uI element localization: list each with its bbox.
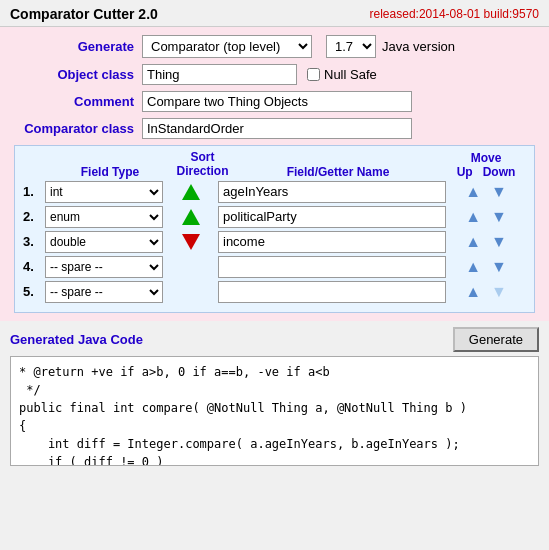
version-label: Java version	[382, 39, 455, 54]
version-select[interactable]: 1.7 1.8	[326, 35, 376, 58]
table-row: 2. intlongdoublefloat Stringenumboolean …	[23, 206, 526, 228]
generate-row: Generate Comparator (top level) Comparat…	[14, 35, 535, 58]
row-num: 2.	[23, 209, 45, 224]
field-type-select[interactable]: intlongdoublefloat Stringenumboolean Dat…	[45, 281, 163, 303]
sort-desc-icon	[182, 234, 200, 250]
col-header-field-type: Field Type	[45, 165, 175, 179]
table-row: 3. intlongdoublefloat Stringenumboolean …	[23, 231, 526, 253]
app-title: Comparator Cutter 2.0	[10, 6, 158, 22]
object-class-input[interactable]	[142, 64, 297, 85]
null-safe-checkbox[interactable]	[307, 68, 320, 81]
move-down-button[interactable]: ▼	[491, 259, 507, 275]
generate-select[interactable]: Comparator (top level) Comparator (inner…	[142, 35, 312, 58]
null-safe-area: Null Safe	[307, 67, 377, 82]
move-up-button[interactable]: ▲	[465, 284, 481, 300]
code-section-title: Generated Java Code	[10, 332, 143, 347]
move-up-button[interactable]: ▲	[465, 209, 481, 225]
null-safe-label: Null Safe	[324, 67, 377, 82]
field-name-input[interactable]	[218, 256, 446, 278]
field-type-select[interactable]: int longdoublefloat Stringenumboolean Da…	[45, 181, 163, 203]
move-down-button[interactable]: ▼	[491, 184, 507, 200]
sort-direction-cell[interactable]	[163, 184, 218, 200]
move-up-button[interactable]: ▲	[465, 184, 481, 200]
col-header-sort: SortDirection	[175, 150, 230, 179]
table-row: 5. intlongdoublefloat Stringenumboolean …	[23, 281, 526, 303]
move-buttons: ▲ ▼	[446, 234, 526, 250]
field-type-select[interactable]: intlongdoublefloat Stringenumboolean Dat…	[45, 256, 163, 278]
row-num: 3.	[23, 234, 45, 249]
move-buttons: ▲ ▼	[446, 284, 526, 300]
sort-direction-cell[interactable]	[163, 209, 218, 225]
move-up-button[interactable]: ▲	[465, 259, 481, 275]
move-up-button[interactable]: ▲	[465, 234, 481, 250]
move-down-button-faded: ▼	[491, 284, 507, 300]
object-class-label: Object class	[14, 67, 134, 82]
move-buttons: ▲ ▼	[446, 209, 526, 225]
header: Comparator Cutter 2.0 released:2014-08-0…	[0, 0, 549, 27]
sort-direction-cell[interactable]	[163, 234, 218, 250]
code-header: Generated Java Code Generate	[10, 327, 539, 352]
col-header-field-getter: Field/Getter Name	[230, 165, 446, 179]
field-name-input[interactable]	[218, 181, 446, 203]
move-buttons: ▲ ▼	[446, 259, 526, 275]
table-row: 4. intlongdoublefloat Stringenumboolean …	[23, 256, 526, 278]
col-header-down: Down	[483, 165, 516, 179]
comparator-class-row: Comparator class	[14, 118, 535, 139]
field-name-input[interactable]	[218, 206, 446, 228]
generate-button[interactable]: Generate	[453, 327, 539, 352]
table-row: 1. int longdoublefloat Stringenumboolean…	[23, 181, 526, 203]
field-name-input[interactable]	[218, 281, 446, 303]
field-type-select[interactable]: intlongdoublefloat Stringenumboolean Dat…	[45, 231, 163, 253]
col-header-up: Up	[457, 165, 473, 179]
move-buttons: ▲ ▼	[446, 184, 526, 200]
comparator-class-input[interactable]	[142, 118, 412, 139]
code-output[interactable]: * @return +ve if a>b, 0 if a==b, -ve if …	[10, 356, 539, 466]
generate-label: Generate	[14, 39, 134, 54]
table-header: Field Type SortDirection Field/Getter Na…	[23, 150, 526, 179]
move-down-button[interactable]: ▼	[491, 234, 507, 250]
code-section: Generated Java Code Generate * @return +…	[0, 321, 549, 472]
main-form: Generate Comparator (top level) Comparat…	[0, 27, 549, 321]
row-num: 1.	[23, 184, 45, 199]
comparator-class-label: Comparator class	[14, 121, 134, 136]
sort-asc-icon	[182, 184, 200, 200]
object-class-row: Object class Null Safe	[14, 64, 535, 85]
field-type-select[interactable]: intlongdoublefloat Stringenumboolean Dat…	[45, 206, 163, 228]
sort-asc-icon	[182, 209, 200, 225]
comment-label: Comment	[14, 94, 134, 109]
release-info: released:2014-08-01 build:9570	[370, 7, 539, 21]
fields-table: Field Type SortDirection Field/Getter Na…	[14, 145, 535, 313]
col-header-move: Move Up Down	[446, 151, 526, 179]
row-num: 5.	[23, 284, 45, 299]
row-num: 4.	[23, 259, 45, 274]
field-name-input[interactable]	[218, 231, 446, 253]
comment-row: Comment	[14, 91, 535, 112]
move-down-button[interactable]: ▼	[491, 209, 507, 225]
comment-input[interactable]	[142, 91, 412, 112]
